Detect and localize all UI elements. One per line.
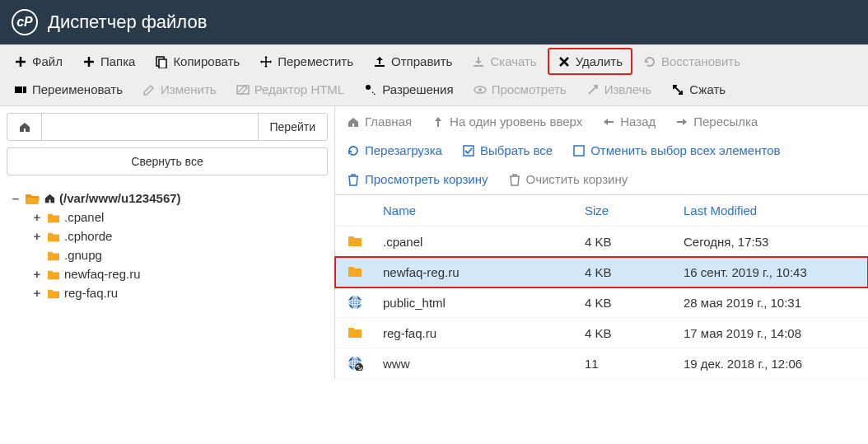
file-size: 11: [585, 357, 684, 371]
file-size: 4 KB: [585, 326, 684, 340]
htmledit-icon: [236, 83, 250, 96]
file-list-toolbar: ГлавнаяНа один уровень вверхНазадПересыл…: [335, 106, 868, 194]
file-name: www: [383, 357, 585, 371]
viewtrash-link[interactable]: Просмотреть корзину: [347, 172, 488, 186]
file-button[interactable]: Файл: [5, 48, 72, 75]
path-input[interactable]: [42, 114, 258, 140]
globe-link-icon: [347, 356, 383, 371]
home-button[interactable]: [7, 114, 42, 140]
compress-icon: [671, 83, 684, 96]
arrow-right-icon: [675, 115, 688, 129]
copy-button[interactable]: Копировать: [146, 48, 249, 75]
page-title: Диспетчер файлов: [48, 12, 207, 33]
extract-icon: [586, 83, 600, 96]
link-label: Выбрать все: [480, 143, 553, 157]
tree-root[interactable]: – (/var/www/u1234567): [10, 189, 324, 208]
arrow-up-icon: [432, 115, 445, 129]
home-icon: [18, 120, 31, 133]
table-row[interactable]: www1119 дек. 2018 г., 12:06: [335, 348, 868, 379]
table-row[interactable]: public_html4 KB28 мая 2019 г., 10:31: [335, 287, 868, 318]
table-row[interactable]: .cpanel4 KBСегодня, 17:53: [335, 227, 868, 257]
compress-button[interactable]: Сжать: [662, 77, 735, 102]
reload-link[interactable]: Перезагрузка: [347, 143, 442, 157]
close-icon: [558, 55, 571, 68]
tree-item[interactable]: +.cphorde: [31, 227, 324, 245]
emptytrash-link[interactable]: Очистить корзину: [508, 172, 628, 186]
button-label: Папка: [100, 54, 135, 68]
link-label: Отменить выбор всех элементов: [590, 143, 780, 157]
plus-icon: [14, 55, 27, 68]
restore-button: Восстановить: [634, 48, 749, 75]
tree-item[interactable]: .gnupg: [31, 245, 324, 264]
table-row[interactable]: newfaq-reg.ru4 KB16 сент. 2019 г., 10:43: [335, 257, 868, 287]
trash-icon: [347, 173, 360, 186]
table-row[interactable]: reg-faq.ru4 KB17 мая 2019 г., 14:08: [335, 318, 868, 348]
forward-link[interactable]: Пересылка: [675, 115, 758, 129]
file-name: reg-faq.ru: [383, 326, 585, 340]
toggle-icon[interactable]: +: [31, 229, 43, 243]
folder-icon: [347, 264, 383, 279]
file-table: Name Size Last Modified .cpanel4 KBСегод…: [335, 194, 868, 379]
plus-icon: [82, 55, 96, 68]
download-icon: [472, 55, 485, 68]
tree-root-label: (/var/www/u1234567): [59, 191, 181, 205]
delete-button[interactable]: Удалить: [548, 48, 632, 75]
file-modified: 17 мая 2019 г., 14:08: [684, 326, 856, 340]
main-panel: ГлавнаяНа один уровень вверхНазадПересыл…: [334, 106, 868, 379]
button-label: Переместить: [278, 54, 353, 68]
home-link[interactable]: Главная: [347, 115, 412, 129]
tree-item[interactable]: +newfaq-reg.ru: [31, 264, 324, 283]
trash-icon: [508, 173, 521, 186]
toggle-icon[interactable]: +: [31, 286, 43, 300]
key-icon: [364, 83, 377, 96]
col-size-header[interactable]: Size: [585, 203, 684, 217]
up-link[interactable]: На один уровень вверх: [432, 115, 582, 129]
button-label: Восстановить: [661, 54, 740, 68]
deselect-link[interactable]: Отменить выбор всех элементов: [572, 143, 780, 157]
back-link[interactable]: Назад: [602, 115, 656, 129]
file-size: 4 KB: [585, 296, 684, 310]
file-modified: 28 мая 2019 г., 10:31: [684, 296, 856, 310]
toggle-icon[interactable]: +: [31, 210, 43, 224]
tree-item-label: .cphorde: [64, 229, 112, 243]
move-button[interactable]: Переместить: [250, 48, 362, 75]
tree-item[interactable]: +.cpanel: [31, 208, 324, 227]
perms-button[interactable]: Разрешения: [355, 77, 462, 102]
folder-icon: [46, 231, 61, 242]
tree-item[interactable]: +reg-faq.ru: [31, 283, 324, 302]
folder-button[interactable]: Папка: [73, 48, 144, 75]
file-modified: 16 сент. 2019 г., 10:43: [684, 265, 856, 279]
globe-icon: [347, 295, 383, 310]
link-label: Главная: [365, 115, 412, 129]
folder-icon: [46, 250, 61, 261]
toggle-icon[interactable]: +: [31, 267, 43, 281]
path-bar: Перейти: [7, 113, 328, 141]
selectall-link[interactable]: Выбрать все: [462, 143, 553, 157]
check-box-icon: [462, 144, 475, 157]
col-name-header[interactable]: Name: [383, 203, 585, 217]
folder-icon: [46, 212, 61, 223]
download-button: Скачать: [463, 48, 545, 75]
file-name: .cpanel: [383, 235, 585, 249]
restore-icon: [643, 55, 656, 68]
file-name: newfaq-reg.ru: [383, 265, 585, 279]
upload-button[interactable]: Отправить: [364, 48, 461, 75]
rename-button[interactable]: Переименовать: [5, 77, 132, 102]
folder-icon: [347, 325, 383, 340]
button-label: Разрешения: [382, 82, 453, 96]
button-label: Просмотреть: [492, 82, 567, 96]
toggle-icon[interactable]: –: [10, 191, 21, 205]
col-modified-header[interactable]: Last Modified: [684, 203, 856, 217]
go-button[interactable]: Перейти: [258, 114, 327, 140]
file-modified: 19 дек. 2018 г., 12:06: [684, 357, 856, 371]
cpanel-logo: cP: [12, 9, 38, 35]
button-label: Переименовать: [32, 82, 123, 96]
eye-icon: [474, 83, 487, 96]
link-label: Очистить корзину: [526, 172, 628, 186]
file-size: 4 KB: [585, 235, 684, 249]
button-label: Файл: [32, 54, 63, 68]
tree-item-label: .gnupg: [64, 248, 102, 262]
sidebar: Перейти Свернуть все – (/var/www/u123456…: [0, 106, 334, 379]
folder-tree: – (/var/www/u1234567) +.cpanel+.cphorde.…: [7, 184, 328, 307]
collapse-all-button[interactable]: Свернуть все: [7, 147, 328, 175]
